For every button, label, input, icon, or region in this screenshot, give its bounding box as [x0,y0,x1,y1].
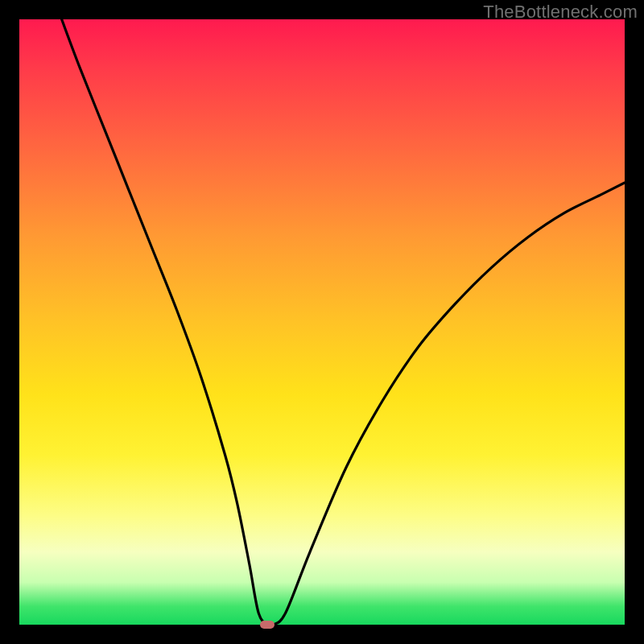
optimal-point-marker [260,621,275,629]
bottleneck-curve [19,19,625,625]
watermark-text: TheBottleneck.com [483,2,638,23]
chart-frame [19,19,625,625]
